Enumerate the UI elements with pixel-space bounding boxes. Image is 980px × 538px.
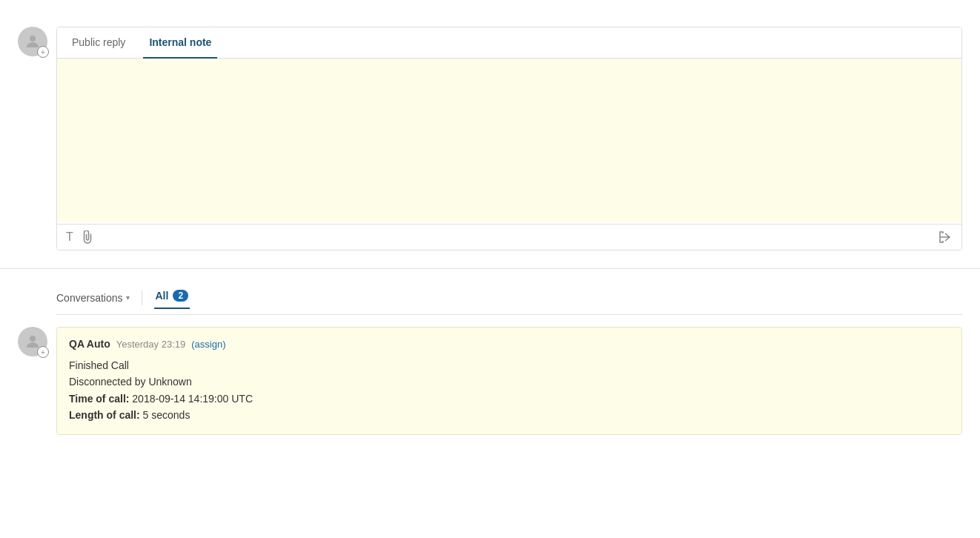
text-format-icon[interactable]: T [66,230,73,244]
toolbar-left: T [66,230,93,244]
avatar: + [18,27,47,56]
message-content: Finished Call Disconnected by Unknown Ti… [69,357,950,424]
table-row: + QA Auto Yesterday 23:19 (assign) Finis… [18,327,962,435]
vertical-divider [142,290,142,305]
message-timestamp: Yesterday 23:19 [116,339,185,350]
conversations-section: Conversations ▾ All 2 + [0,275,980,435]
svg-point-1 [30,336,36,342]
filter-tabs: All 2 [154,287,191,308]
message-avatar: + [18,327,47,356]
filter-tab-all[interactable]: All 2 [154,287,191,309]
message-avatar-add-icon: + [37,346,49,358]
filter-all-badge: 2 [173,290,188,302]
send-icon[interactable] [939,231,953,243]
message-line-1: Finished Call [69,357,950,373]
svg-point-0 [30,36,36,41]
composer-toolbar: T [57,224,961,250]
conversations-header: Conversations ▾ All 2 [56,281,962,315]
message-line-3: Time of call: 2018-09-14 14:19:00 UTC [69,391,950,407]
chevron-down-icon: ▾ [126,293,130,302]
message-bubble: QA Auto Yesterday 23:19 (assign) Finishe… [56,327,962,435]
tabs-bar: Public reply Internal note [57,27,961,59]
toolbar-right [939,231,953,243]
attach-icon[interactable] [82,230,93,244]
conversations-text: Conversations [56,292,123,304]
composer-textarea[interactable] [57,59,961,222]
reply-section: + Public reply Internal note T [0,15,980,262]
conversations-label[interactable]: Conversations ▾ [56,292,130,304]
section-divider [0,268,980,269]
tab-public-reply[interactable]: Public reply [66,27,131,59]
page-wrapper: + Public reply Internal note T [0,0,980,538]
reply-composer: Public reply Internal note T [56,27,962,250]
tab-internal-note[interactable]: Internal note [143,27,217,59]
message-line-4: Length of call: 5 seconds [69,407,950,423]
filter-all-label: All [156,290,169,302]
message-action-link[interactable]: (assign) [191,339,225,350]
message-meta: QA Auto Yesterday 23:19 (assign) [69,338,950,350]
message-list: + QA Auto Yesterday 23:19 (assign) Finis… [18,327,962,435]
avatar-add-icon: + [37,46,49,58]
message-line-2: Disconnected by Unknown [69,373,950,390]
message-author: QA Auto [69,338,110,350]
